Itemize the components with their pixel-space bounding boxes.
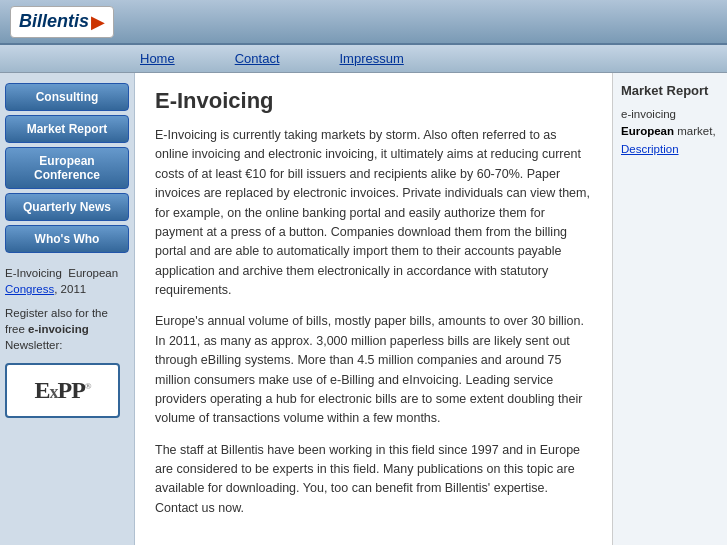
page-title: E-Invoicing [155,88,592,114]
sidebar-btn-whos-who[interactable]: Who's Who [5,225,129,253]
nav-home[interactable]: Home [140,51,175,66]
logo-box[interactable]: Billentis ▶ [10,6,114,38]
sidebar-btn-european-conference[interactable]: European Conference [5,147,129,189]
right-sidebar: Market Report e-invoicing European marke… [612,73,727,545]
market-strong: European [621,125,674,137]
logo-arrow: ▶ [91,11,105,33]
main-layout: Consulting Market Report European Confer… [0,73,727,545]
sidebar-btn-market-report[interactable]: Market Report [5,115,129,143]
nav-contact[interactable]: Contact [235,51,280,66]
content-para-2: Europe's annual volume of bills, mostly … [155,312,592,428]
sidebar-congress-text: E-Invoicing European Congress, 2011 [5,265,129,297]
market-description-link[interactable]: Description [621,143,679,155]
header: Billentis ▶ [0,0,727,45]
nav-impressum[interactable]: Impressum [340,51,404,66]
market-report-text: e-invoicing European market, Description [621,106,719,158]
sidebar-newsletter-text: Register also for the free e-invoicing N… [5,305,129,353]
content-para-3: The staff at Billentis have been working… [155,441,592,519]
logo-text: Billentis [19,11,89,32]
market-report-title: Market Report [621,83,719,98]
sidebar: Consulting Market Report European Confer… [0,73,135,545]
content-para-1: E-Invoicing is currently taking markets … [155,126,592,300]
sidebar-btn-consulting[interactable]: Consulting [5,83,129,111]
congress-link[interactable]: Congress [5,283,54,295]
sidebar-btn-quarterly-news[interactable]: Quarterly News [5,193,129,221]
expp-logo: ExPP® [5,363,120,418]
content-area: E-Invoicing E-Invoicing is currently tak… [135,73,612,545]
navbar: Home Contact Impressum [0,45,727,73]
